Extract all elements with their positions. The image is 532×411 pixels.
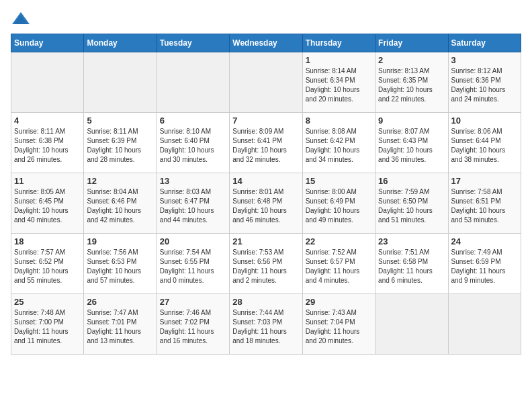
day-info: Sunrise: 8:07 AM Sunset: 6:43 PM Dayligh… bbox=[378, 127, 445, 165]
day-number: 20 bbox=[160, 236, 226, 246]
day-number: 3 bbox=[451, 55, 518, 65]
calendar-header-row: SundayMondayTuesdayWednesdayThursdayFrid… bbox=[11, 34, 521, 52]
calendar-week-row: 1Sunrise: 8:14 AM Sunset: 6:34 PM Daylig… bbox=[11, 52, 521, 113]
calendar-cell: 5Sunrise: 8:11 AM Sunset: 6:39 PM Daylig… bbox=[84, 113, 157, 173]
day-number: 8 bbox=[306, 116, 372, 126]
day-info: Sunrise: 8:10 AM Sunset: 6:40 PM Dayligh… bbox=[160, 127, 226, 165]
day-info: Sunrise: 8:05 AM Sunset: 6:45 PM Dayligh… bbox=[14, 187, 81, 225]
day-number: 29 bbox=[306, 297, 372, 307]
calendar-cell: 2Sunrise: 8:13 AM Sunset: 6:35 PM Daylig… bbox=[375, 52, 448, 113]
calendar-cell: 28Sunrise: 7:44 AM Sunset: 7:03 PM Dayli… bbox=[230, 294, 302, 355]
day-of-week-header: Sunday bbox=[11, 34, 84, 52]
day-number: 24 bbox=[451, 236, 518, 246]
day-number: 28 bbox=[232, 297, 299, 307]
calendar-week-row: 25Sunrise: 7:48 AM Sunset: 7:00 PM Dayli… bbox=[11, 294, 521, 355]
calendar-cell: 19Sunrise: 7:56 AM Sunset: 6:53 PM Dayli… bbox=[84, 234, 157, 294]
day-info: Sunrise: 7:46 AM Sunset: 7:02 PM Dayligh… bbox=[160, 308, 226, 346]
calendar-cell: 20Sunrise: 7:54 AM Sunset: 6:55 PM Dayli… bbox=[157, 234, 229, 294]
day-number: 10 bbox=[451, 116, 518, 126]
day-info: Sunrise: 7:43 AM Sunset: 7:04 PM Dayligh… bbox=[306, 308, 372, 346]
page-header bbox=[11, 11, 521, 27]
calendar-cell: 9Sunrise: 8:07 AM Sunset: 6:43 PM Daylig… bbox=[375, 113, 448, 173]
day-of-week-header: Wednesday bbox=[230, 34, 302, 52]
day-number: 23 bbox=[378, 236, 445, 246]
calendar-cell: 12Sunrise: 8:04 AM Sunset: 6:46 PM Dayli… bbox=[84, 173, 157, 234]
day-info: Sunrise: 8:11 AM Sunset: 6:39 PM Dayligh… bbox=[87, 127, 153, 165]
calendar-week-row: 4Sunrise: 8:11 AM Sunset: 6:38 PM Daylig… bbox=[11, 113, 521, 173]
day-info: Sunrise: 8:11 AM Sunset: 6:38 PM Dayligh… bbox=[14, 127, 81, 165]
calendar-cell bbox=[375, 294, 448, 355]
day-info: Sunrise: 7:56 AM Sunset: 6:53 PM Dayligh… bbox=[87, 248, 153, 285]
day-number: 22 bbox=[306, 236, 372, 246]
calendar-cell: 13Sunrise: 8:03 AM Sunset: 6:47 PM Dayli… bbox=[157, 173, 229, 234]
calendar-cell: 16Sunrise: 7:59 AM Sunset: 6:50 PM Dayli… bbox=[375, 173, 448, 234]
day-of-week-header: Thursday bbox=[302, 34, 375, 52]
day-info: Sunrise: 8:06 AM Sunset: 6:44 PM Dayligh… bbox=[451, 127, 518, 165]
day-number: 1 bbox=[306, 55, 372, 65]
day-info: Sunrise: 7:48 AM Sunset: 7:00 PM Dayligh… bbox=[14, 308, 81, 346]
day-number: 21 bbox=[232, 236, 299, 246]
day-info: Sunrise: 8:03 AM Sunset: 6:47 PM Dayligh… bbox=[160, 187, 226, 225]
day-number: 5 bbox=[87, 116, 153, 126]
calendar-cell: 14Sunrise: 8:01 AM Sunset: 6:48 PM Dayli… bbox=[230, 173, 302, 234]
day-info: Sunrise: 7:53 AM Sunset: 6:56 PM Dayligh… bbox=[232, 248, 299, 285]
day-info: Sunrise: 7:52 AM Sunset: 6:57 PM Dayligh… bbox=[306, 248, 372, 285]
day-info: Sunrise: 8:13 AM Sunset: 6:35 PM Dayligh… bbox=[378, 66, 445, 104]
calendar-cell: 10Sunrise: 8:06 AM Sunset: 6:44 PM Dayli… bbox=[448, 113, 521, 173]
calendar-cell: 15Sunrise: 8:00 AM Sunset: 6:49 PM Dayli… bbox=[302, 173, 375, 234]
day-number: 26 bbox=[87, 297, 153, 307]
day-number: 19 bbox=[87, 236, 153, 246]
day-number: 18 bbox=[14, 236, 81, 246]
day-info: Sunrise: 8:09 AM Sunset: 6:41 PM Dayligh… bbox=[232, 127, 299, 165]
day-info: Sunrise: 7:47 AM Sunset: 7:01 PM Dayligh… bbox=[87, 308, 153, 346]
day-info: Sunrise: 8:04 AM Sunset: 6:46 PM Dayligh… bbox=[87, 187, 153, 225]
day-of-week-header: Tuesday bbox=[157, 34, 229, 52]
day-number: 16 bbox=[378, 176, 445, 186]
calendar-cell bbox=[230, 52, 302, 113]
day-number: 6 bbox=[160, 116, 226, 126]
day-number: 25 bbox=[14, 297, 81, 307]
day-info: Sunrise: 7:59 AM Sunset: 6:50 PM Dayligh… bbox=[378, 187, 445, 225]
calendar-cell: 26Sunrise: 7:47 AM Sunset: 7:01 PM Dayli… bbox=[84, 294, 157, 355]
day-info: Sunrise: 8:00 AM Sunset: 6:49 PM Dayligh… bbox=[306, 187, 372, 225]
day-number: 14 bbox=[232, 176, 299, 186]
day-info: Sunrise: 7:57 AM Sunset: 6:52 PM Dayligh… bbox=[14, 248, 81, 285]
calendar-week-row: 18Sunrise: 7:57 AM Sunset: 6:52 PM Dayli… bbox=[11, 234, 521, 294]
day-number: 2 bbox=[378, 55, 445, 65]
calendar-cell bbox=[84, 52, 157, 113]
day-number: 27 bbox=[160, 297, 226, 307]
calendar-cell: 21Sunrise: 7:53 AM Sunset: 6:56 PM Dayli… bbox=[230, 234, 302, 294]
logo bbox=[11, 11, 34, 27]
day-info: Sunrise: 8:01 AM Sunset: 6:48 PM Dayligh… bbox=[232, 187, 299, 225]
calendar-cell: 22Sunrise: 7:52 AM Sunset: 6:57 PM Dayli… bbox=[302, 234, 375, 294]
day-info: Sunrise: 7:54 AM Sunset: 6:55 PM Dayligh… bbox=[160, 248, 226, 285]
calendar-cell: 8Sunrise: 8:08 AM Sunset: 6:42 PM Daylig… bbox=[302, 113, 375, 173]
day-info: Sunrise: 7:44 AM Sunset: 7:03 PM Dayligh… bbox=[232, 308, 299, 346]
day-number: 4 bbox=[14, 116, 81, 126]
day-number: 7 bbox=[232, 116, 299, 126]
day-of-week-header: Monday bbox=[84, 34, 157, 52]
day-number: 11 bbox=[14, 176, 81, 186]
calendar-cell: 1Sunrise: 8:14 AM Sunset: 6:34 PM Daylig… bbox=[302, 52, 375, 113]
calendar-cell: 25Sunrise: 7:48 AM Sunset: 7:00 PM Dayli… bbox=[11, 294, 84, 355]
day-of-week-header: Friday bbox=[375, 34, 448, 52]
calendar-cell bbox=[448, 294, 521, 355]
day-number: 12 bbox=[87, 176, 153, 186]
calendar-table: SundayMondayTuesdayWednesdayThursdayFrid… bbox=[11, 34, 521, 355]
calendar-cell: 17Sunrise: 7:58 AM Sunset: 6:51 PM Dayli… bbox=[448, 173, 521, 234]
logo-icon bbox=[11, 11, 31, 27]
calendar-cell bbox=[157, 52, 229, 113]
day-number: 17 bbox=[451, 176, 518, 186]
calendar-cell: 27Sunrise: 7:46 AM Sunset: 7:02 PM Dayli… bbox=[157, 294, 229, 355]
day-number: 13 bbox=[160, 176, 226, 186]
day-info: Sunrise: 7:58 AM Sunset: 6:51 PM Dayligh… bbox=[451, 187, 518, 225]
calendar-week-row: 11Sunrise: 8:05 AM Sunset: 6:45 PM Dayli… bbox=[11, 173, 521, 234]
day-info: Sunrise: 7:49 AM Sunset: 6:59 PM Dayligh… bbox=[451, 248, 518, 285]
day-info: Sunrise: 7:51 AM Sunset: 6:58 PM Dayligh… bbox=[378, 248, 445, 285]
calendar-cell: 6Sunrise: 8:10 AM Sunset: 6:40 PM Daylig… bbox=[157, 113, 229, 173]
calendar-cell: 7Sunrise: 8:09 AM Sunset: 6:41 PM Daylig… bbox=[230, 113, 302, 173]
calendar-cell: 4Sunrise: 8:11 AM Sunset: 6:38 PM Daylig… bbox=[11, 113, 84, 173]
calendar-cell: 11Sunrise: 8:05 AM Sunset: 6:45 PM Dayli… bbox=[11, 173, 84, 234]
calendar-cell: 18Sunrise: 7:57 AM Sunset: 6:52 PM Dayli… bbox=[11, 234, 84, 294]
day-number: 9 bbox=[378, 116, 445, 126]
